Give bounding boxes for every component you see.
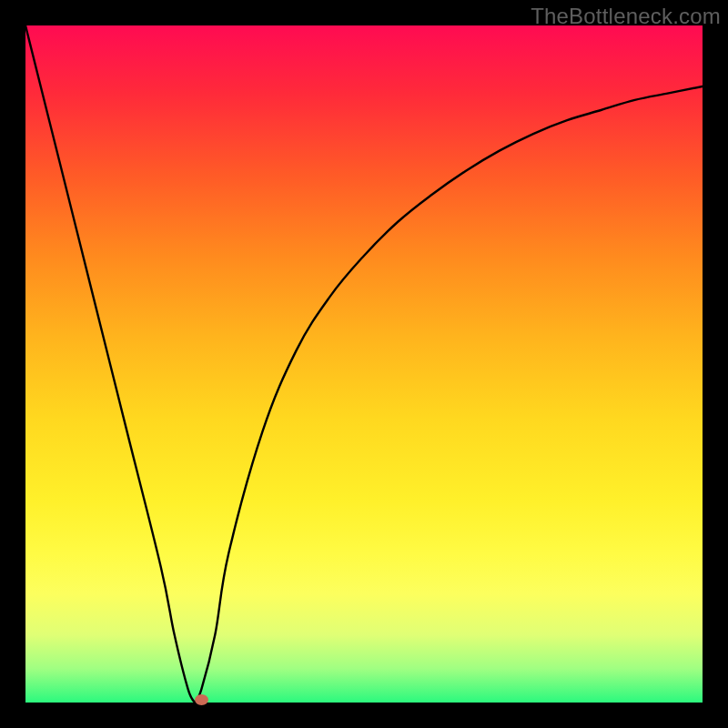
bottleneck-curve [25, 25, 703, 703]
optimal-point-marker [195, 694, 208, 705]
watermark-text: TheBottleneck.com [531, 4, 721, 29]
plot-area [25, 25, 703, 703]
